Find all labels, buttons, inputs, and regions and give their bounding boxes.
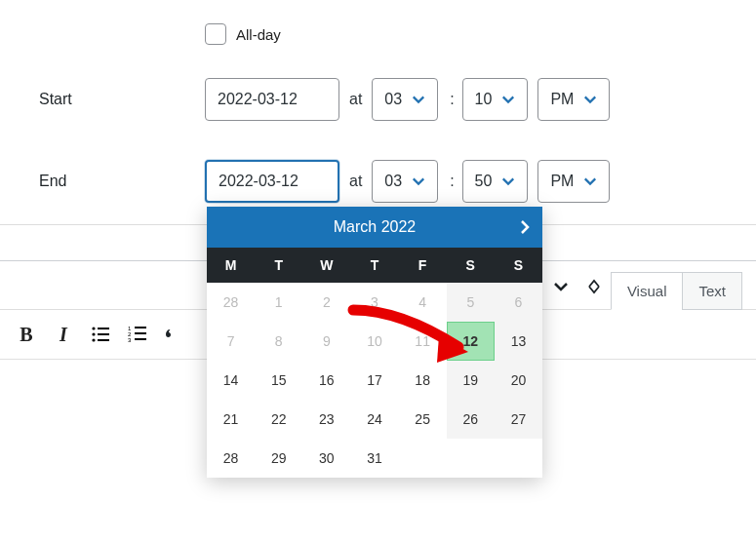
calendar-day-selected[interactable]: 12 [447,322,495,361]
chevron-down-icon [501,174,515,188]
chevron-down-icon [583,93,597,106]
calendar-day [399,439,447,478]
svg-rect-5 [98,339,109,341]
svg-rect-11 [135,338,146,340]
calendar-day-header: T [255,248,302,283]
tab-visual[interactable]: Visual [611,272,684,310]
svg-rect-3 [98,333,109,335]
end-minute-select[interactable]: 50 [462,160,529,203]
tab-text[interactable]: Text [682,272,742,310]
date-picker-popup: March 2022 MTWTFSS 281234567891011121314… [207,207,542,478]
calendar-day-header: T [350,248,398,283]
calendar-title: March 2022 [334,218,417,236]
bullet-list-button[interactable] [84,318,117,351]
calendar-day[interactable]: 2 [302,283,350,322]
svg-text:3: 3 [128,337,132,343]
numbered-list-button[interactable]: 123 [121,318,154,351]
calendar-day[interactable]: 26 [447,400,495,439]
chevron-down-icon [412,93,425,106]
svg-point-0 [92,327,95,329]
calendar-day[interactable]: 28 [207,439,255,478]
calendar-day[interactable]: 31 [350,439,398,478]
move-handle-icon[interactable] [586,279,602,297]
calendar-day[interactable]: 18 [399,361,447,400]
svg-rect-9 [135,332,146,334]
calendar-day[interactable]: 20 [495,361,542,400]
start-minute-select[interactable]: 10 [462,78,529,121]
all-day-label: All-day [236,26,281,43]
expand-down-icon[interactable] [553,279,569,297]
end-hour-select[interactable]: 03 [372,160,438,203]
calendar-day[interactable]: 28 [207,283,255,322]
start-label: Start [39,91,205,108]
calendar-day[interactable]: 3 [350,283,398,322]
calendar-next-button[interactable] [517,219,533,235]
chevron-down-icon [583,174,597,188]
svg-rect-1 [98,328,109,329]
calendar-day[interactable]: 13 [495,322,542,361]
end-ampm-select[interactable]: PM [537,160,610,203]
calendar-day[interactable]: 24 [350,400,398,439]
calendar-day[interactable]: 27 [495,400,542,439]
calendar-day[interactable]: 11 [399,322,447,361]
calendar-day-header: S [447,248,495,283]
calendar-day[interactable]: 25 [399,400,447,439]
calendar-day[interactable]: 15 [255,361,302,400]
svg-point-4 [92,338,95,341]
svg-rect-7 [135,327,146,328]
start-date-input[interactable] [205,78,339,121]
italic-button[interactable]: I [47,318,80,351]
calendar-day-header: S [495,248,542,283]
calendar-day [447,439,495,478]
calendar-day[interactable]: 8 [255,322,302,361]
start-at-label: at [349,91,362,108]
calendar-day[interactable]: 17 [350,361,398,400]
calendar-day[interactable]: 30 [302,439,350,478]
calendar-day[interactable]: 9 [302,322,350,361]
svg-point-2 [92,332,95,335]
calendar-day[interactable]: 21 [207,400,255,439]
end-label: End [39,173,205,190]
calendar-day[interactable]: 5 [447,283,495,322]
calendar-day[interactable]: 7 [207,322,255,361]
chevron-down-icon [412,174,425,188]
bold-button[interactable]: B [10,318,43,351]
calendar-day[interactable]: 4 [399,283,447,322]
calendar-day[interactable]: 22 [255,400,302,439]
calendar-day-header: W [302,248,350,283]
blockquote-button[interactable] [158,318,191,351]
start-ampm-select[interactable]: PM [537,78,610,121]
calendar-day[interactable]: 19 [447,361,495,400]
all-day-checkbox[interactable] [205,23,226,45]
calendar-day [495,439,542,478]
calendar-day[interactable]: 16 [302,361,350,400]
calendar-day[interactable]: 1 [255,283,302,322]
start-hour-select[interactable]: 03 [372,78,438,121]
calendar-day[interactable]: 10 [350,322,398,361]
end-at-label: at [349,173,362,190]
calendar-day[interactable]: 23 [302,400,350,439]
chevron-down-icon [501,93,515,106]
calendar-day-header: F [399,248,447,283]
calendar-day[interactable]: 14 [207,361,255,400]
calendar-day[interactable]: 6 [495,283,542,322]
calendar-day-header: M [207,248,255,283]
end-date-input[interactable] [205,160,339,203]
calendar-day[interactable]: 29 [255,439,302,478]
